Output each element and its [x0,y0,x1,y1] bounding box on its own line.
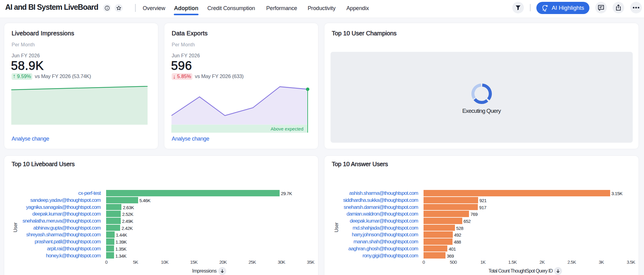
svg-text:Above expected: Above expected [270,126,303,131]
